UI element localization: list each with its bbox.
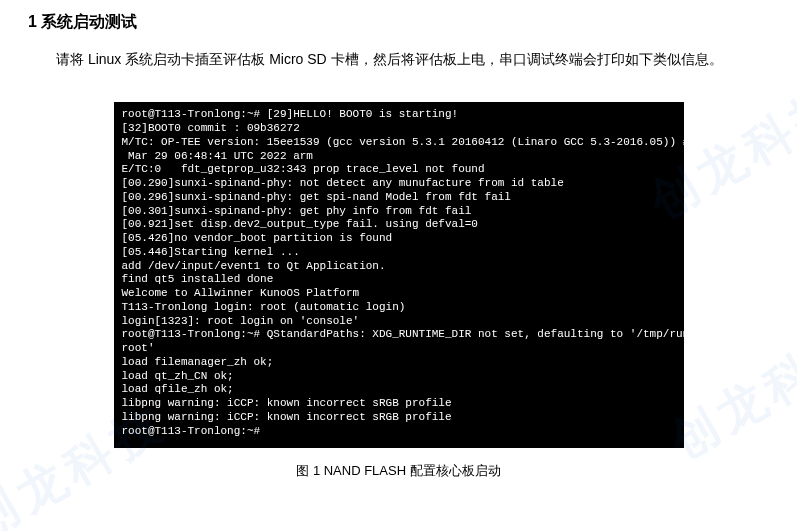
terminal-line: root@T113-Tronlong:~# [29]HELLO! BOOT0 i…: [122, 108, 676, 122]
terminal-line: load qfile_zh ok;: [122, 383, 676, 397]
terminal-line: find qt5 installed done: [122, 273, 676, 287]
figure-caption: 图 1 NAND FLASH 配置核心板启动: [0, 462, 797, 480]
terminal-line: [05.426]no vendor_boot partition is foun…: [122, 232, 676, 246]
terminal-line: root@T113-Tronlong:~# QStandardPaths: XD…: [122, 328, 676, 342]
terminal-line: T113-Tronlong login: root (automatic log…: [122, 301, 676, 315]
terminal-line: [00.296]sunxi-spinand-phy: get spi-nand …: [122, 191, 676, 205]
terminal-line: load filemanager_zh ok;: [122, 356, 676, 370]
intro-paragraph: 请将 Linux 系统启动卡插至评估板 Micro SD 卡槽，然后将评估板上电…: [0, 33, 797, 74]
terminal-line: login[1323]: root login on 'console': [122, 315, 676, 329]
terminal-line: root': [122, 342, 676, 356]
section-heading: 1 系统启动测试: [0, 0, 797, 33]
terminal-line: [05.446]Starting kernel ...: [122, 246, 676, 260]
terminal-line: [00.301]sunxi-spinand-phy: get phy info …: [122, 205, 676, 219]
terminal-line: add /dev/input/event1 to Qt Application.: [122, 260, 676, 274]
terminal-line: libpng warning: iCCP: known incorrect sR…: [122, 397, 676, 411]
terminal-line: E/TC:0 fdt_getprop_u32:343 prop trace_le…: [122, 163, 676, 177]
terminal-line: Welcome to Allwinner KunoOS Platform: [122, 287, 676, 301]
terminal-line: [00.921]set disp.dev2_output_type fail. …: [122, 218, 676, 232]
terminal-output: root@T113-Tronlong:~# [29]HELLO! BOOT0 i…: [114, 102, 684, 448]
terminal-line: root@T113-Tronlong:~#: [122, 425, 676, 439]
terminal-line: Mar 29 06:48:41 UTC 2022 arm: [122, 150, 676, 164]
terminal-line: M/TC: OP-TEE version: 15ee1539 (gcc vers…: [122, 136, 676, 150]
terminal-container: root@T113-Tronlong:~# [29]HELLO! BOOT0 i…: [0, 102, 797, 448]
terminal-line: load qt_zh_CN ok;: [122, 370, 676, 384]
terminal-line: [00.290]sunxi-spinand-phy: not detect an…: [122, 177, 676, 191]
terminal-line: [32]BOOT0 commit : 09b36272: [122, 122, 676, 136]
terminal-line: libpng warning: iCCP: known incorrect sR…: [122, 411, 676, 425]
